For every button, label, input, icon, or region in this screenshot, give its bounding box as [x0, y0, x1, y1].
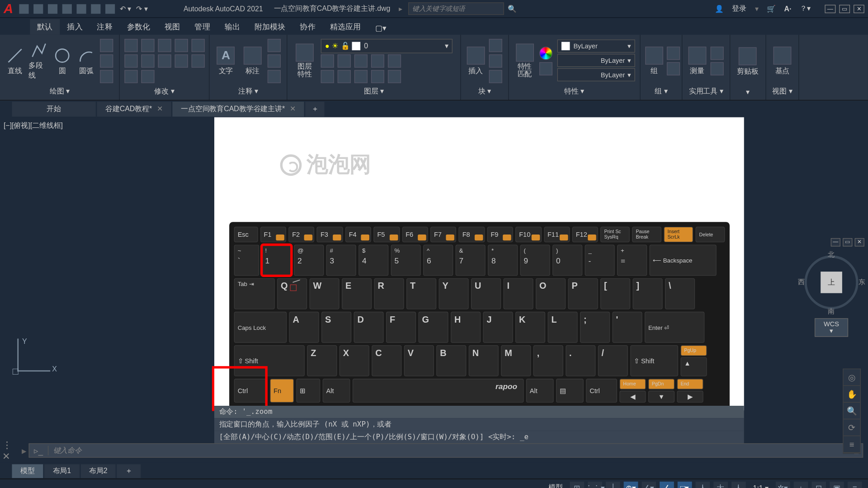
layer-tool-3[interactable] — [354, 54, 368, 67]
panel-modify-title[interactable]: 修改 ▾ — [124, 85, 204, 98]
tab-start[interactable]: 开始 — [12, 101, 95, 116]
transparency-icon[interactable]: 大 — [713, 481, 728, 488]
tab-addins[interactable]: 附加模块 — [247, 19, 293, 34]
wcs-badge[interactable]: WCS ▾ — [815, 318, 848, 337]
viewcube[interactable]: 上 北 南 东 西 — [802, 253, 861, 312]
viewport-label[interactable]: [−][俯视][二维线框] — [4, 121, 63, 131]
lineweight-dropdown[interactable]: ByLayer▾ — [557, 54, 635, 67]
color-wheel-icon[interactable] — [539, 47, 552, 60]
pan-icon[interactable]: ✋ — [844, 386, 860, 403]
offset-icon[interactable] — [141, 70, 154, 83]
snap-icon[interactable]: ⋮⋮▾ — [588, 481, 602, 488]
print-icon[interactable] — [105, 4, 115, 14]
color-dropdown[interactable]: ByLayer▾ — [557, 39, 635, 52]
clean-screen-icon[interactable]: ▣ — [830, 481, 844, 488]
layer-tool-6[interactable] — [321, 70, 334, 83]
block-create-icon[interactable] — [489, 39, 502, 52]
status-model[interactable]: 模型 — [545, 483, 566, 488]
move-icon[interactable] — [124, 39, 137, 52]
panel-annot-title[interactable]: 注释 ▾ — [214, 85, 282, 98]
tab-insert[interactable]: 插入 — [60, 19, 90, 34]
close-tab-icon[interactable]: ✕ — [290, 105, 296, 113]
saveas-icon[interactable] — [62, 4, 72, 14]
tab-annotate[interactable]: 注释 — [90, 19, 120, 34]
tab-output[interactable]: 输出 — [217, 19, 247, 34]
panel-group-title[interactable]: 组 ▾ — [645, 85, 677, 98]
zoom-icon[interactable]: 🔍 — [844, 403, 860, 419]
trim-icon[interactable] — [158, 39, 171, 52]
undo-icon[interactable]: ↶ ▾ — [120, 5, 132, 13]
tab-featured[interactable]: 精选应用 — [323, 19, 368, 34]
save-icon[interactable] — [48, 4, 57, 14]
vp-maximize-button[interactable]: ▭ — [843, 238, 852, 247]
tab-manage[interactable]: 管理 — [187, 19, 217, 34]
region-icon[interactable] — [100, 70, 113, 83]
new-icon[interactable] — [19, 4, 28, 14]
search-input[interactable]: 键入关键字或短语 — [408, 2, 504, 15]
block-edit-icon[interactable] — [489, 54, 502, 67]
orbit-icon[interactable]: ⟳ — [844, 419, 860, 436]
tab-parametric[interactable]: 参数化 — [120, 19, 157, 34]
measure-button[interactable]: 测量 — [687, 47, 707, 76]
user-icon[interactable]: 👤 — [715, 5, 724, 13]
publish-icon[interactable] — [91, 4, 100, 14]
drawing-area[interactable]: [−][俯视][二维线框] Y X □ 泡泡网 EscF1F2F3F4F5F6F… — [0, 117, 868, 411]
layout-tab-2[interactable]: 布局2 — [80, 464, 116, 478]
search-icon[interactable]: 🔍 — [508, 5, 517, 13]
grid-icon[interactable]: ⊞ — [570, 481, 584, 488]
table-icon[interactable] — [268, 54, 281, 67]
command-input[interactable]: 键入命令 — [48, 446, 850, 456]
layer-tool-7[interactable] — [338, 70, 351, 83]
scale-icon[interactable] — [192, 54, 205, 67]
help-icon[interactable]: ？▾ — [800, 4, 811, 14]
hardware-accel-icon[interactable]: ⊡ — [811, 481, 826, 488]
panel-view-title[interactable]: 视图 ▾ — [771, 85, 793, 98]
basepoint-button[interactable]: 基点 — [771, 47, 793, 76]
rect-icon[interactable] — [100, 39, 113, 52]
erase-icon[interactable] — [175, 39, 188, 52]
fillet-icon[interactable] — [141, 54, 154, 67]
copy-icon[interactable] — [192, 39, 205, 52]
dim-button[interactable]: 标注 — [241, 47, 264, 76]
gear-icon[interactable]: ✲▾ — [776, 481, 790, 488]
explode-icon[interactable] — [158, 54, 171, 67]
isodraft-icon[interactable]: ∠▾ — [642, 481, 656, 488]
otrack-icon[interactable]: □▾ — [678, 481, 692, 488]
layer-tool-1[interactable] — [321, 54, 334, 67]
customize-icon[interactable]: ≡ — [848, 481, 862, 488]
cmd-drag-handle[interactable]: ⋮ ✕ ▸ — [2, 439, 26, 462]
tab-extra-icon[interactable]: ▢▾ — [368, 21, 394, 34]
vp-minimize-button[interactable]: — — [831, 238, 840, 247]
tab-collab[interactable]: 协作 — [292, 19, 322, 34]
linetype-dropdown[interactable]: ByLayer▾ — [557, 68, 635, 81]
array-icon[interactable] — [124, 70, 137, 83]
nav-wheel-icon[interactable]: ◎ — [844, 369, 860, 386]
mirror-icon[interactable] — [124, 54, 137, 67]
file-tab-1[interactable]: 谷建CAD教程*✕ — [97, 101, 171, 116]
layout-tab-1[interactable]: 布局1 — [44, 464, 80, 478]
panel-clip-title[interactable]: ▾ — [735, 87, 761, 98]
plot-icon[interactable] — [76, 4, 86, 14]
layer-tool-4[interactable] — [371, 54, 384, 67]
redo-icon[interactable]: ↷ ▾ — [136, 5, 148, 13]
match-props-button[interactable]: 特性 匹配 — [514, 43, 536, 78]
command-line[interactable]: ▹_ 键入命令 ▴ — [29, 443, 863, 458]
isolation-icon[interactable]: ＋ — [794, 481, 808, 488]
clipboard-button[interactable]: 剪贴板 — [735, 47, 760, 77]
anno-scale[interactable]: 1:1 ▾ — [750, 483, 772, 488]
stretch-icon[interactable] — [175, 54, 188, 67]
panel-props-title[interactable]: 特性 ▾ — [514, 85, 635, 98]
layer-tool-2[interactable] — [338, 54, 351, 67]
group-button[interactable]: 组 — [645, 47, 663, 76]
cycling-icon[interactable]: 人 — [731, 481, 746, 488]
tab-view[interactable]: 视图 — [157, 19, 187, 34]
open-icon[interactable] — [33, 4, 43, 14]
cart-icon[interactable]: 🛒 — [767, 5, 776, 13]
panel-draw-title[interactable]: 绘图 ▾ — [5, 85, 114, 98]
text-button[interactable]: A文字 — [214, 47, 237, 76]
group-edit-icon[interactable] — [667, 62, 680, 75]
layer-props-button[interactable]: 图层 特性 — [292, 43, 317, 78]
close-button[interactable]: ✕ — [854, 5, 864, 13]
ungroup-icon[interactable] — [667, 47, 680, 60]
maximize-button[interactable]: ▭ — [839, 5, 850, 13]
